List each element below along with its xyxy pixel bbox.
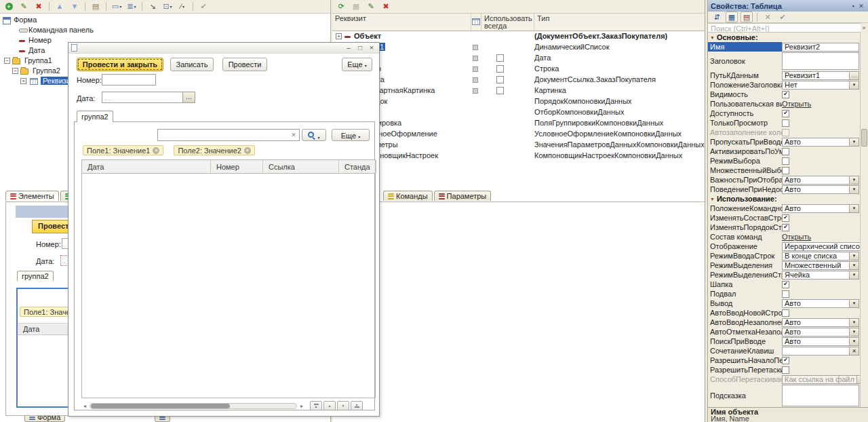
tree-item-cmdbar[interactable]: Командная панель — [0, 25, 330, 35]
property-input[interactable]: Реквизит2 — [782, 43, 859, 52]
attribute-row[interactable]: Реквизит1ДинамическийСписок — [332, 42, 705, 53]
property-label[interactable]: РежимВыделенияСтрок — [708, 270, 782, 280]
tab-elements[interactable]: Элементы — [5, 191, 59, 201]
property-row[interactable]: ИзменятьСоставСтрок✔ — [708, 213, 861, 223]
column-header-type[interactable]: Тип — [534, 14, 705, 31]
use-always-checkbox[interactable] — [496, 54, 504, 62]
first-row-icon[interactable]: ▲ — [310, 401, 322, 410]
attribute-row[interactable]: СсылкаДокументСсылка.ЗаказПокупателя — [332, 75, 705, 85]
property-label[interactable]: ИзменятьСоставСтрок — [708, 213, 782, 223]
property-label[interactable]: АктивизироватьПоУмолчанию — [708, 147, 782, 156]
property-checkbox[interactable]: ✔ — [782, 214, 789, 222]
tab-group2[interactable]: группа2 — [77, 111, 113, 122]
property-label[interactable]: АвтоВводНезаполненного — [708, 318, 782, 327]
property-input[interactable] — [782, 385, 859, 406]
property-row[interactable]: Видимость✔ — [708, 90, 861, 99]
property-label[interactable]: Подсказка — [708, 384, 782, 407]
property-input[interactable]: ✕ — [782, 347, 859, 356]
property-row[interactable]: РежимВыбора — [708, 156, 861, 166]
move-down-icon[interactable]: ▼ — [68, 1, 81, 12]
property-checkbox[interactable] — [782, 119, 789, 127]
property-row[interactable]: ПоискПриВводеАвто▼ — [708, 337, 861, 346]
property-checkbox[interactable]: ✔ — [782, 281, 789, 288]
property-select[interactable]: Авто▼ — [782, 328, 859, 337]
property-label[interactable]: Видимость — [708, 90, 782, 99]
property-label[interactable]: ПоведениеПриНедоступности — [708, 185, 782, 194]
search-input[interactable]: ✕ — [157, 129, 300, 141]
property-row[interactable]: РежимВыделенияМножественный▼ — [708, 261, 861, 270]
property-row[interactable]: РежимВыделенияСтрокЯчейка▼ — [708, 270, 861, 280]
dialog-title-bar[interactable]: – □ × — [68, 43, 379, 54]
add-icon[interactable]: + — [3, 1, 15, 12]
property-row[interactable]: АвтоВводНовойСтроки — [708, 308, 861, 318]
property-checkbox[interactable]: ✔ — [782, 357, 789, 364]
use-always-checkbox[interactable] — [496, 87, 504, 94]
expander-icon[interactable]: − — [12, 68, 18, 74]
property-label[interactable]: РазрешитьНачалоПеретаскивания — [708, 356, 782, 365]
property-label[interactable]: ПропускатьПриВводе — [708, 137, 782, 147]
section-header[interactable]: ▼Основные: — [708, 33, 861, 42]
expander-icon[interactable]: + — [20, 78, 26, 84]
add-attribute-icon[interactable]: ⟳ — [335, 1, 347, 12]
property-label[interactable]: Пользовательская видимость — [708, 99, 782, 109]
property-label[interactable]: ИзменятьПорядокСтрок — [708, 223, 782, 232]
attribute-row[interactable]: КомпоновщикНастроекКомпоновщикНастроекКо… — [332, 151, 705, 161]
group-by-category-icon[interactable]: ▦ — [726, 12, 738, 22]
delete-icon[interactable]: ✖ — [380, 1, 392, 12]
property-row[interactable]: Подсказка — [708, 384, 861, 407]
pin-icon[interactable]: ▪ — [849, 3, 857, 9]
date-input[interactable]: . . — [102, 92, 183, 103]
horizontal-scrollbar[interactable]: ◂ ▸ — [81, 402, 305, 410]
property-row[interactable]: ПропускатьПриВводеАвто▼ — [708, 137, 861, 147]
scrollbar-thumb[interactable] — [91, 404, 230, 408]
property-select[interactable]: Авто▼ — [782, 337, 859, 346]
clear-search-icon[interactable]: ✕ — [288, 132, 299, 138]
property-row[interactable]: ИмяРеквизит2 — [708, 42, 861, 52]
move-up-icon[interactable]: ▲ — [54, 1, 66, 12]
property-checkbox[interactable] — [782, 167, 789, 174]
property-row[interactable]: ИзменятьПорядокСтрок✔ — [708, 223, 861, 232]
property-label[interactable]: ПоложениеЗаголовка — [708, 80, 782, 90]
list-settings-icon[interactable]: ≣▾ — [125, 1, 138, 12]
property-select[interactable]: Авто▼ — [782, 318, 859, 327]
property-checkbox[interactable] — [782, 148, 789, 155]
property-label[interactable]: Имя — [708, 42, 782, 52]
expander-icon[interactable]: − — [4, 58, 10, 64]
attribute-row[interactable]: НомерСтрока — [332, 64, 705, 75]
list-column-header[interactable]: Станда — [339, 160, 376, 173]
ellipsis-button[interactable]: … — [849, 72, 859, 79]
property-label[interactable]: МножественныйВыбор — [708, 166, 782, 175]
property-row[interactable]: АвтоОтметкаНезаполненногоАвто▼ — [708, 327, 861, 337]
property-select[interactable]: Как ссылка на файл▼ — [782, 375, 867, 384]
scroll-right-icon[interactable]: ▸ — [298, 403, 305, 409]
use-always-checkbox[interactable] — [496, 76, 504, 83]
list-column-header[interactable]: Ссылка — [263, 160, 339, 173]
property-label[interactable]: ПоискПриВводе — [708, 337, 782, 346]
tab-form[interactable]: Форма — [24, 416, 65, 422]
filter-chip[interactable]: Поле1: Значение1✕ — [83, 145, 163, 155]
close-icon[interactable]: ✕ — [857, 3, 865, 9]
preview-tab-group2[interactable]: группа2 — [17, 271, 54, 281]
tab-commands[interactable]: Команды — [383, 191, 433, 201]
column-header-attribute[interactable]: Реквизит — [332, 14, 471, 31]
important-properties-icon[interactable]: ▤ — [741, 12, 753, 22]
property-checkbox[interactable] — [782, 157, 789, 165]
property-select[interactable]: Авто▼ — [782, 204, 859, 213]
column-header-use-always[interactable]: Использовать всегда — [481, 14, 534, 31]
property-input[interactable] — [782, 52, 859, 70]
property-row[interactable]: ПоложениеКоманднойПанелиАвто▼ — [708, 204, 861, 213]
property-checkbox[interactable] — [782, 366, 789, 374]
check-form-icon[interactable]: ✔ — [197, 1, 210, 12]
property-select[interactable]: Иерархический список▼ — [782, 242, 868, 251]
property-input[interactable]: Реквизит1… — [782, 71, 859, 80]
property-label[interactable]: АвтоВводНовойСтроки — [708, 308, 782, 318]
close-icon[interactable]: × — [367, 44, 376, 52]
maximize-icon[interactable]: □ — [355, 44, 365, 52]
property-row[interactable]: Заголовок — [708, 52, 861, 71]
list-column-header[interactable]: Дата — [82, 160, 211, 173]
edit-icon[interactable]: ✎ — [18, 1, 30, 12]
attribute-row[interactable]: +Объект(ДокументОбъект.ЗаказПокупателя) — [332, 31, 705, 42]
property-row[interactable]: РазрешитьНачалоПеретаскивания✔ — [708, 356, 861, 365]
property-row[interactable]: ПоведениеПриНедоступностиАвто▼ — [708, 185, 861, 194]
property-row[interactable]: Доступность✔ — [708, 109, 861, 118]
